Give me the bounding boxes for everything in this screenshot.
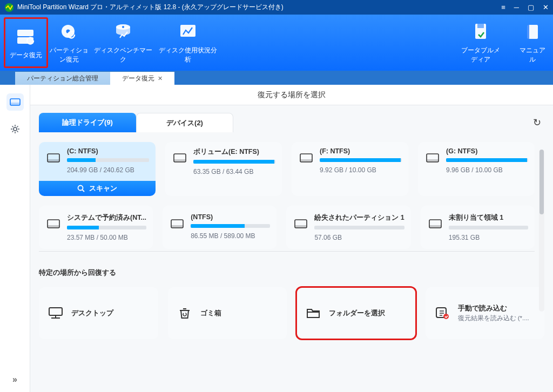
drive-usage-bar [446, 158, 528, 162]
menu-icon[interactable]: ≡ [501, 3, 505, 11]
svg-rect-13 [10, 103, 20, 105]
disk-benchmark-label: ディスクベンチマーク [92, 46, 154, 64]
svg-rect-7 [180, 25, 195, 37]
drive-icon [46, 219, 60, 229]
drive-card-g[interactable]: (G: NTFS) 9.96 GB / 10.00 GB [418, 142, 535, 196]
drive-card-ntfs[interactable]: (NTFS) 86.55 MB / 589.00 MB [163, 206, 276, 249]
drive-card-lost[interactable]: 紛失されたパーティション 1 57.06 GB [286, 206, 410, 249]
drive-size: 86.55 MB / 589.00 MB [191, 232, 270, 240]
minimize-icon[interactable]: ─ [514, 3, 519, 11]
drive-name: 紛失されたパーティション 1 [314, 213, 404, 222]
folder-icon [305, 305, 321, 321]
specific-location-title: 特定の場所から回復する [39, 268, 544, 278]
data-recovery-icon [15, 26, 37, 48]
location-sub: 復元結果を読み込む (*.... [458, 314, 536, 322]
space-analyzer-button[interactable]: ディスク使用状況分析 [156, 18, 220, 67]
tab-close-icon[interactable]: ✕ [158, 75, 163, 82]
drive-card-reserved[interactable]: システムで予約済み(NT... 23.57 MB / 50.00 MB [39, 206, 153, 249]
location-name: デスクトップ [71, 309, 150, 318]
data-recovery-button[interactable]: データ復元 [4, 18, 48, 67]
sidebar-expand-icon[interactable]: » [12, 375, 17, 384]
svg-point-17 [78, 186, 83, 191]
tab-data-recovery[interactable]: データ復元 ✕ [110, 72, 174, 85]
svg-rect-33 [49, 308, 62, 315]
drive-card-unalloc[interactable]: 未割り当て領域 1 195.31 GB [421, 206, 535, 249]
tab-label: パーティション総合管理 [27, 74, 98, 83]
drive-card-c[interactable]: (C: NTFS) 204.99 GB / 240.62 GB スキャン [39, 142, 156, 196]
drive-tab-logical[interactable]: 論理ドライブ(9) [39, 113, 136, 132]
drive-icon [428, 219, 442, 229]
recycle-icon [177, 305, 193, 321]
disk-benchmark-button[interactable]: ディスクベンチマーク [91, 18, 156, 67]
drive-card-e[interactable]: ボリューム(E: NTFS) 63.35 GB / 63.44 GB [165, 142, 282, 196]
drive-name: ボリューム(E: NTFS) [193, 147, 275, 157]
scrollbar[interactable] [539, 150, 544, 312]
drive-usage-bar [67, 226, 146, 229]
scan-button[interactable]: スキャン [39, 181, 156, 196]
app-icon [4, 3, 14, 12]
svg-rect-24 [427, 159, 439, 162]
drive-usage-bar [320, 158, 402, 162]
svg-rect-32 [429, 225, 441, 228]
svg-rect-22 [300, 159, 312, 162]
location-recycle-bin[interactable]: ゴミ箱 [168, 287, 287, 339]
desktop-icon [48, 305, 64, 321]
location-name: ゴミ箱 [200, 309, 279, 318]
specific-location-section: 特定の場所から回復する デスクトップ ゴミ箱 [39, 268, 544, 339]
drive-name: (F: NTFS) [320, 147, 402, 155]
sidebar: » [0, 85, 30, 392]
refresh-icon[interactable]: ↻ [533, 117, 544, 129]
tab-partition-management[interactable]: パーティション総合管理 [15, 72, 110, 85]
tab-row: パーティション総合管理 データ復元 ✕ [0, 71, 553, 85]
close-icon[interactable]: ✕ [543, 3, 549, 11]
manual-button[interactable]: マニュアル [516, 18, 549, 67]
partition-recovery-button[interactable]: パーティション復元 [48, 18, 91, 67]
drive-icon [299, 153, 313, 164]
drive-usage-bar [191, 224, 270, 228]
tab-label: データ復元 [122, 74, 154, 83]
drive-icon [173, 153, 187, 164]
title-bar: MiniTool Partition Wizard プロ・アルティメット版 12… [0, 0, 553, 15]
svg-rect-26 [48, 225, 59, 228]
drive-usage-bar [67, 158, 149, 162]
drive-tab-device[interactable]: デバイス(2) [136, 113, 233, 132]
drive-usage-bar [449, 226, 528, 229]
svg-rect-28 [171, 225, 183, 228]
bootable-media-label: ブータブルメディア [460, 46, 501, 64]
load-icon [434, 305, 450, 321]
manual-icon [524, 21, 541, 43]
svg-point-40 [443, 314, 449, 319]
svg-rect-1 [17, 30, 33, 36]
drive-size: 9.92 GB / 10.00 GB [320, 166, 402, 174]
scrollbar-thumb[interactable] [539, 150, 544, 214]
svg-rect-9 [477, 24, 484, 28]
bootable-media-button[interactable]: ブータブルメディア [459, 18, 502, 67]
drive-size: 23.57 MB / 50.00 MB [67, 234, 146, 241]
drive-size: 204.99 GB / 240.62 GB [67, 166, 149, 174]
drive-card-f[interactable]: (F: NTFS) 9.92 GB / 10.00 GB [292, 142, 408, 196]
data-recovery-label: データ復元 [10, 51, 42, 60]
partition-recovery-icon [58, 21, 80, 43]
sidebar-item-drives[interactable] [6, 93, 24, 111]
drive-icon [46, 153, 60, 164]
svg-rect-16 [48, 159, 59, 162]
drive-size: 63.35 GB / 63.44 GB [193, 168, 275, 175]
drive-tabs: 論理ドライブ(9) デバイス(2) ↻ [39, 113, 544, 132]
sidebar-item-settings[interactable] [6, 120, 24, 138]
location-manual-load[interactable]: 手動で読み込む 復元結果を読み込む (*.... [426, 287, 545, 339]
drive-icon [294, 219, 308, 229]
space-analyzer-icon [177, 21, 199, 43]
partition-recovery-label: パーティション復元 [49, 46, 90, 64]
drive-size: 9.96 GB / 10.00 GB [446, 166, 528, 174]
svg-rect-20 [174, 159, 186, 162]
location-name: フォルダーを選択 [329, 309, 407, 318]
location-select-folder[interactable]: フォルダーを選択 [296, 287, 416, 339]
drive-size: 57.06 GB [314, 234, 404, 241]
location-desktop[interactable]: デスクトップ [39, 287, 158, 339]
maximize-icon[interactable]: ▢ [528, 3, 534, 11]
drive-usage-bar [314, 226, 404, 229]
bootable-media-icon [473, 21, 489, 43]
drive-size: 195.31 GB [449, 234, 528, 241]
svg-line-18 [83, 190, 85, 192]
drive-name: (NTFS) [191, 213, 270, 221]
